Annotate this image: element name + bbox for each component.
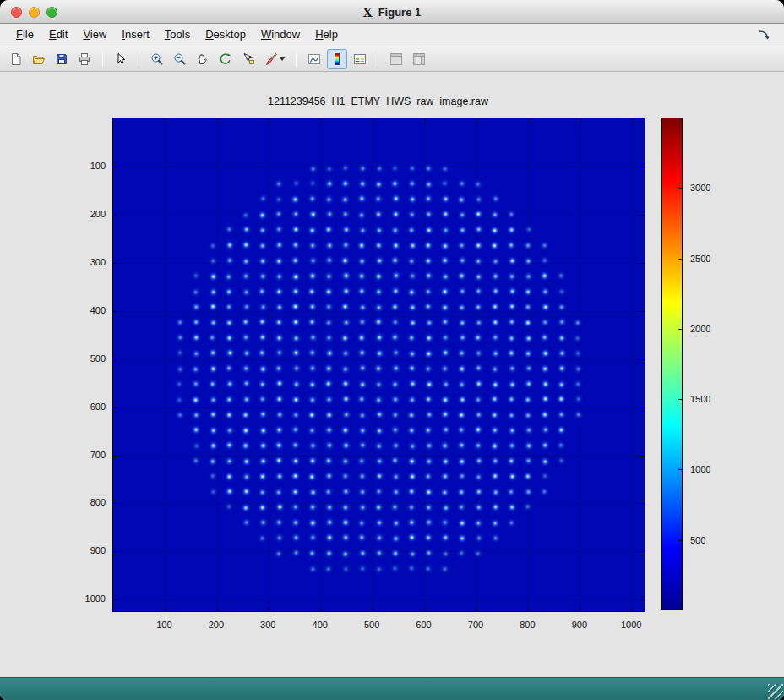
colorbar-tick-mark — [678, 259, 683, 260]
y-tick-label: 200 — [70, 208, 106, 220]
y-tick-label: 900 — [70, 544, 106, 556]
open-file-button[interactable] — [29, 49, 49, 69]
rotate-3d-button[interactable] — [215, 49, 236, 69]
colorbar-tick-mark — [678, 329, 683, 330]
pan-button[interactable] — [193, 49, 213, 69]
menu-file[interactable]: File — [8, 24, 41, 46]
insert-colorbar-button[interactable] — [327, 49, 347, 69]
menu-view[interactable]: View — [75, 24, 114, 46]
colorbar-tick-label: 500 — [690, 534, 724, 546]
menu-desktop[interactable]: Desktop — [198, 24, 253, 46]
window-title: Figure 1 — [378, 6, 422, 19]
menu-insert[interactable]: Insert — [114, 24, 157, 46]
x-tick-label: 1000 — [612, 619, 650, 631]
brush-button[interactable] — [261, 49, 288, 69]
y-tick-label: 500 — [70, 353, 106, 364]
menu-items: FileEditViewInsertToolsDesktopWindowHelp — [8, 24, 346, 46]
toolbar-separator — [139, 52, 139, 67]
menu-window[interactable]: Window — [253, 24, 308, 46]
menubar: FileEditViewInsertToolsDesktopWindowHelp — [0, 24, 784, 46]
colorbar-tick-label: 2000 — [690, 323, 724, 335]
data-cursor-button[interactable] — [238, 49, 259, 69]
y-tick-label: 600 — [70, 401, 106, 413]
colorbar[interactable] — [662, 118, 683, 610]
window-title-group: XFigure 1 — [0, 0, 784, 24]
figure-area: 1211239456_H1_ETMY_HWS_raw_image.raw 100… — [0, 72, 784, 677]
colorbar-tick-mark — [678, 469, 683, 470]
x-tick-label: 500 — [353, 619, 390, 631]
edit-plot-button[interactable] — [111, 49, 131, 69]
x-tick-label: 700 — [457, 619, 494, 631]
image-plot[interactable] — [112, 118, 645, 612]
bottom-strip — [0, 677, 784, 700]
link-plots-button[interactable] — [304, 49, 324, 69]
colorbar-tick-mark — [678, 540, 683, 541]
toolbar — [0, 46, 784, 72]
colorbar-tick-mark — [678, 399, 683, 400]
toolbar-separator — [296, 52, 297, 67]
print-figure-button[interactable] — [74, 49, 95, 69]
menu-help[interactable]: Help — [308, 24, 346, 46]
y-tick-label: 100 — [70, 160, 106, 172]
colorbar-tick-mark — [678, 188, 683, 189]
y-tick-label: 700 — [70, 449, 106, 461]
x-tick-label: 200 — [198, 619, 235, 631]
titlebar[interactable]: XFigure 1 — [0, 0, 784, 24]
zoom-out-button[interactable] — [170, 49, 190, 69]
colorbar-tick-label: 2500 — [690, 253, 724, 265]
x11-app-icon: X — [363, 1, 373, 25]
x-tick-label: 400 — [302, 619, 339, 631]
y-tick-label: 1000 — [70, 593, 106, 604]
hide-plot-tools-button[interactable] — [386, 49, 406, 69]
save-figure-button[interactable] — [52, 49, 72, 69]
y-tick-label: 400 — [70, 304, 106, 316]
zoom-in-button[interactable] — [147, 49, 167, 69]
y-tick-label: 300 — [70, 256, 106, 268]
colorbar-tick-label: 1000 — [690, 463, 724, 475]
show-plot-tools-button[interactable] — [409, 49, 429, 69]
x-tick-label: 100 — [145, 619, 182, 631]
dock-figure-icon[interactable] — [757, 29, 776, 41]
colorbar-tick-label: 3000 — [690, 182, 724, 194]
x-tick-label: 800 — [509, 619, 546, 631]
x-tick-label: 600 — [406, 619, 443, 631]
figure-window: XFigure 1 FileEditViewInsertToolsDesktop… — [0, 0, 784, 700]
menu-edit[interactable]: Edit — [41, 24, 75, 46]
menu-tools[interactable]: Tools — [157, 24, 198, 46]
insert-legend-button[interactable] — [350, 49, 370, 69]
toolbar-separator — [378, 52, 378, 67]
resize-grip[interactable] — [768, 684, 783, 699]
x-tick-label: 300 — [249, 619, 286, 631]
screen: XFigure 1 FileEditViewInsertToolsDesktop… — [0, 0, 784, 700]
x-tick-label: 900 — [561, 619, 598, 631]
y-tick-label: 800 — [70, 496, 106, 508]
colorbar-tick-label: 1500 — [690, 393, 724, 405]
toolbar-separator — [102, 52, 103, 67]
chevron-down-icon[interactable] — [280, 57, 285, 61]
new-figure-button[interactable] — [6, 49, 26, 69]
plot-title: 1211239456_H1_ETMY_HWS_raw_image.raw — [112, 96, 644, 107]
